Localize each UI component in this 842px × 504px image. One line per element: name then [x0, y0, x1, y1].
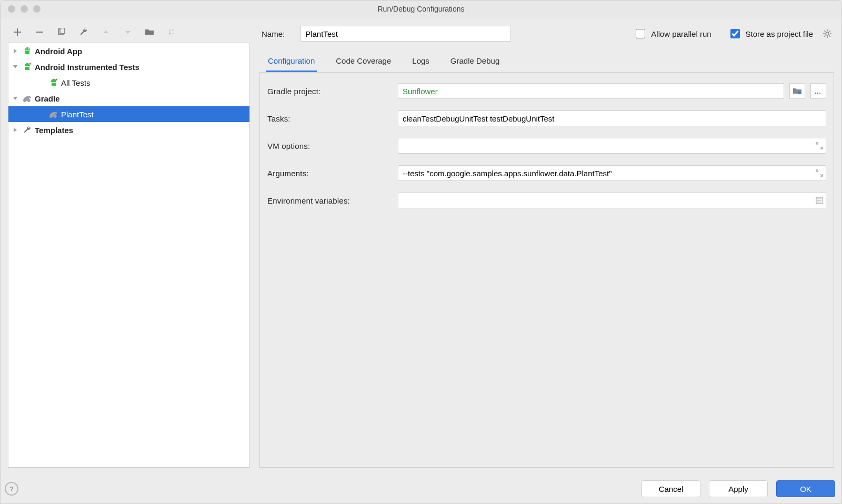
gradle-icon	[48, 110, 59, 118]
minus-icon	[36, 28, 43, 36]
store-project-input[interactable]	[730, 29, 740, 38]
gradle-project-more-button[interactable]: …	[810, 83, 826, 99]
plus-icon	[14, 28, 21, 36]
tree-item-label: Android App	[35, 47, 82, 56]
config-tree[interactable]: Android AppAndroid Instrumented TestsAll…	[8, 43, 250, 468]
chevron-down-icon[interactable]	[13, 64, 21, 69]
env-browse-button[interactable]	[816, 197, 823, 204]
allow-parallel-label: Allow parallel run	[651, 29, 711, 38]
tab-logs[interactable]: Logs	[410, 52, 432, 72]
tree-item[interactable]: Android App	[8, 43, 249, 59]
chevron-down-icon	[125, 29, 131, 35]
close-window-icon[interactable]	[8, 5, 15, 13]
expand-icon	[816, 169, 823, 177]
tree-item-label: All Tests	[61, 78, 91, 87]
vm-options-input[interactable]	[398, 138, 826, 154]
vm-options-row: VM options:	[267, 138, 826, 154]
svg-text:+: +	[153, 28, 155, 33]
svg-point-8	[826, 32, 829, 35]
sort-button[interactable]: az	[167, 27, 177, 37]
svg-rect-0	[36, 32, 43, 33]
gradle-project-input[interactable]	[398, 83, 784, 99]
expand-icon	[816, 142, 823, 149]
gradle-project-row: Gradle project: …	[267, 83, 826, 99]
left-panel: + az Android AppAndroid Instrumented Tes…	[8, 25, 250, 468]
android-test-icon	[22, 62, 33, 72]
minimize-window-icon[interactable]	[21, 5, 28, 13]
sort-icon: az	[168, 28, 176, 36]
gradle-icon	[22, 94, 33, 103]
tree-item-label: Templates	[35, 126, 73, 135]
help-button[interactable]: ?	[5, 482, 18, 496]
dialog-footer: ? Cancel Apply OK	[1, 475, 841, 503]
chevron-right-icon[interactable]	[13, 48, 21, 54]
edit-defaults-button[interactable]	[78, 27, 89, 37]
android-test-icon	[48, 78, 59, 87]
apply-button[interactable]: Apply	[709, 480, 768, 497]
env-row: Environment variables:	[267, 193, 826, 208]
window-controls	[8, 5, 41, 13]
env-input[interactable]	[398, 193, 826, 208]
configuration-tab-body: Gradle project: … Tasks:	[259, 72, 834, 468]
right-panel: Name: Allow parallel run Store as projec…	[259, 25, 834, 468]
list-icon	[816, 197, 823, 204]
tree-item[interactable]: Android Instrumented Tests	[8, 59, 249, 75]
copy-config-button[interactable]	[56, 27, 67, 37]
arguments-input[interactable]	[398, 165, 826, 181]
cancel-button[interactable]: Cancel	[641, 480, 700, 497]
folder-button[interactable]: +	[145, 27, 155, 37]
env-label: Environment variables:	[267, 196, 398, 205]
tree-item[interactable]: Gradle	[8, 90, 249, 106]
header-row: Name: Allow parallel run Store as projec…	[259, 25, 834, 47]
name-input[interactable]	[300, 26, 511, 42]
gradle-project-picker-button[interactable]	[789, 83, 805, 99]
chevron-down-icon[interactable]	[13, 96, 21, 101]
svg-point-7	[28, 48, 29, 49]
wrench-icon	[79, 28, 88, 36]
dialog-window: Run/Debug Configurations	[0, 0, 842, 504]
tab-code-coverage[interactable]: Code Coverage	[334, 52, 393, 72]
arguments-label: Arguments:	[267, 169, 398, 178]
tasks-row: Tasks:	[267, 110, 826, 126]
tab-gradle-debug[interactable]: Gradle Debug	[448, 52, 502, 72]
folder-plus-icon: +	[145, 28, 155, 36]
allow-parallel-checkbox[interactable]: Allow parallel run	[634, 27, 711, 40]
tree-item[interactable]: Templates	[8, 122, 249, 138]
tab-configuration[interactable]: Configuration	[266, 52, 317, 72]
add-config-button[interactable]	[12, 27, 23, 37]
tree-item-label: PlantTest	[61, 110, 94, 119]
store-project-settings-button[interactable]	[823, 29, 832, 38]
tree-item-label: Gradle	[35, 94, 60, 103]
store-project-label: Store as project file	[746, 29, 813, 38]
expand-vm-options-button[interactable]	[816, 142, 823, 149]
ok-button[interactable]: OK	[776, 480, 835, 497]
move-up-button[interactable]	[101, 27, 111, 37]
svg-rect-2	[60, 28, 65, 34]
allow-parallel-input[interactable]	[636, 29, 645, 38]
arguments-row: Arguments:	[267, 165, 826, 181]
chevron-right-icon[interactable]	[13, 127, 21, 133]
svg-point-6	[26, 48, 27, 49]
zoom-window-icon[interactable]	[33, 5, 41, 13]
tree-item[interactable]: PlantTest	[8, 106, 249, 122]
tree-toolbar: + az	[8, 25, 250, 43]
tasks-input[interactable]	[398, 110, 826, 126]
svg-text:z: z	[172, 32, 174, 36]
tree-item-label: Android Instrumented Tests	[35, 63, 139, 72]
gear-icon	[823, 29, 832, 38]
store-project-checkbox[interactable]: Store as project file	[728, 27, 813, 40]
wrench-icon	[22, 126, 33, 134]
move-down-button[interactable]	[123, 27, 133, 37]
titlebar: Run/Debug Configurations	[1, 1, 841, 17]
expand-arguments-button[interactable]	[816, 169, 823, 177]
remove-config-button[interactable]	[34, 27, 45, 37]
gradle-project-label: Gradle project:	[267, 87, 398, 96]
chevron-up-icon	[103, 29, 109, 35]
svg-text:a: a	[172, 28, 174, 32]
copy-icon	[57, 28, 66, 36]
vm-options-label: VM options:	[267, 142, 398, 150]
tree-item[interactable]: All Tests	[8, 75, 249, 90]
svg-rect-9	[798, 92, 801, 94]
tab-bar: ConfigurationCode CoverageLogsGradle Deb…	[259, 47, 834, 72]
window-title: Run/Debug Configurations	[7, 5, 835, 13]
